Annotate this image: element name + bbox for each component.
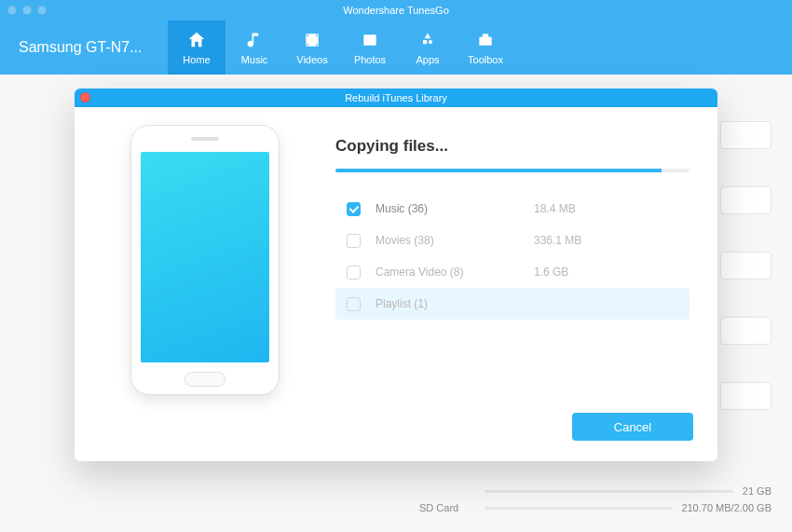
file-name: Camera Video (8) bbox=[376, 266, 534, 279]
device-dropdown[interactable]: Samsung GT-N7... bbox=[0, 39, 168, 56]
bg-panel-stub bbox=[720, 382, 772, 410]
bg-panel-stub bbox=[720, 252, 772, 280]
nav-label: Apps bbox=[416, 54, 439, 65]
modal-content: Copying files... Music (36) 18.4 MB Movi… bbox=[335, 107, 717, 413]
storage-label: SD Card bbox=[419, 502, 475, 513]
phone-speaker bbox=[191, 137, 219, 141]
bg-panel-stub bbox=[720, 317, 772, 345]
file-row-music[interactable]: Music (36) 18.4 MB bbox=[335, 193, 690, 225]
nav-toolbox[interactable]: Toolbox bbox=[457, 20, 514, 75]
storage-value: 210.70 MB/2.00 GB bbox=[681, 502, 772, 513]
storage-value: 21 GB bbox=[743, 485, 772, 497]
modal-title-text: Rebuild iTunes Library bbox=[345, 92, 447, 103]
photos-icon bbox=[360, 30, 380, 50]
traffic-close-icon[interactable] bbox=[7, 6, 17, 15]
modal-titlebar: Rebuild iTunes Library bbox=[75, 89, 717, 107]
phone-home-button bbox=[184, 372, 225, 387]
main-nav: Samsung GT-N7... Home Music Videos Photo… bbox=[0, 20, 792, 75]
file-row-playlist[interactable]: Playlist (1) bbox=[335, 288, 690, 320]
storage-bar bbox=[485, 490, 733, 493]
toolbox-icon bbox=[475, 30, 496, 50]
bg-panel-stub bbox=[720, 186, 772, 214]
modal-body: Copying files... Music (36) 18.4 MB Movi… bbox=[75, 107, 717, 413]
file-list: Music (36) 18.4 MB Movies (38) 336.1 MB … bbox=[335, 193, 690, 320]
nav-photos[interactable]: Photos bbox=[341, 20, 399, 75]
storage-summary: 21 GB SD Card 210.70 MB/2.00 GB bbox=[419, 480, 772, 513]
checkbox-icon[interactable] bbox=[347, 202, 361, 216]
progress-fill bbox=[335, 169, 662, 172]
checkbox-icon[interactable] bbox=[347, 297, 361, 311]
storage-row-sd: SD Card 210.70 MB/2.00 GB bbox=[419, 502, 772, 513]
checkbox-icon[interactable] bbox=[347, 234, 361, 248]
file-row-movies[interactable]: Movies (38) 336.1 MB bbox=[335, 225, 690, 256]
file-name: Movies (38) bbox=[376, 234, 534, 247]
file-size: 336.1 MB bbox=[534, 234, 581, 247]
music-icon bbox=[244, 30, 265, 50]
file-row-camera-video[interactable]: Camera Video (8) 1.6 GB bbox=[335, 256, 690, 288]
progress-bar bbox=[335, 169, 690, 172]
phone-screen bbox=[141, 152, 269, 362]
phone-illustration bbox=[75, 107, 335, 413]
bg-panel-stub bbox=[720, 121, 772, 149]
nav-label: Photos bbox=[354, 54, 386, 65]
checkbox-icon[interactable] bbox=[347, 266, 361, 280]
apps-icon bbox=[417, 30, 438, 50]
rebuild-itunes-modal: Rebuild iTunes Library Copying files... … bbox=[75, 89, 717, 461]
nav-label: Home bbox=[183, 54, 210, 65]
storage-bar bbox=[485, 507, 672, 510]
nav-label: Toolbox bbox=[468, 54, 503, 65]
nav-music[interactable]: Music bbox=[225, 20, 283, 75]
cancel-button[interactable]: Cancel bbox=[572, 413, 693, 441]
traffic-max-icon[interactable] bbox=[37, 6, 47, 15]
phone-frame bbox=[130, 125, 280, 395]
close-icon[interactable] bbox=[80, 92, 90, 102]
modal-heading: Copying files... bbox=[335, 137, 690, 156]
nav-home[interactable]: Home bbox=[168, 20, 225, 75]
window-traffic-lights bbox=[7, 6, 47, 15]
file-size: 1.6 GB bbox=[534, 266, 568, 279]
main-titlebar: Wondershare TunesGo bbox=[0, 0, 792, 20]
videos-icon bbox=[302, 30, 322, 50]
traffic-min-icon[interactable] bbox=[22, 6, 32, 15]
nav-label: Music bbox=[241, 54, 268, 65]
file-size: 18.4 MB bbox=[534, 202, 576, 215]
home-icon bbox=[186, 30, 207, 50]
file-name: Music (36) bbox=[376, 202, 534, 215]
nav-apps[interactable]: Apps bbox=[399, 20, 457, 75]
modal-footer: Cancel bbox=[75, 413, 717, 461]
file-name: Playlist (1) bbox=[376, 297, 534, 310]
app-title: Wondershare TunesGo bbox=[343, 5, 449, 16]
storage-row-internal: 21 GB bbox=[419, 485, 772, 497]
nav-label: Videos bbox=[296, 54, 327, 65]
nav-videos[interactable]: Videos bbox=[283, 20, 341, 75]
